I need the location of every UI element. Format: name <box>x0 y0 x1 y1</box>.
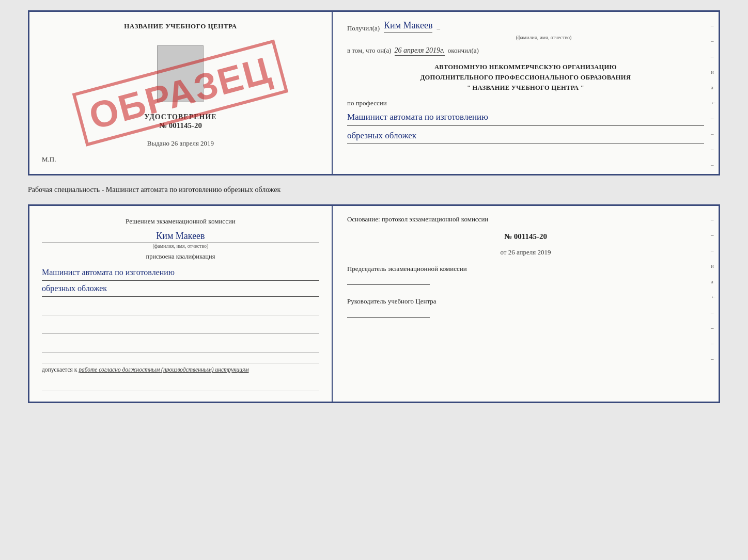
rukovoditel-label: Руководитель учебного Центра <box>347 296 704 307</box>
poluchil-label: Получил(а) <box>347 24 380 33</box>
school-name-top: НАЗВАНИЕ УЧЕБНОГО ЦЕНТРА <box>124 22 237 30</box>
vydano-label: Выдано <box>147 139 169 147</box>
between-label: Рабочая специальность - Машинист автомат… <box>28 184 280 196</box>
vtom-row: в том, что он(а) 26 апреля 2019г. окончи… <box>347 46 704 56</box>
bottom-qualification-block: Машинист автомата по изготовлению обрезн… <box>42 265 319 297</box>
prisvoena-label: присвоена квалификация <box>42 253 319 261</box>
org-line1: АВТОНОМНУЮ НЕКОММЕРЧЕСКУЮ ОРГАНИЗАЦИЮ <box>347 62 704 72</box>
udost-block: УДОСТОВЕРЕНИЕ № 001145-20 <box>144 113 216 130</box>
udost-number: № 001145-20 <box>144 121 216 130</box>
blank-line-3 <box>42 342 319 353</box>
vtom-label: в том, что он(а) <box>347 46 392 55</box>
bottom-name-hint: (фамилия, имя, отчество) <box>42 243 319 249</box>
dopuskaetsya-block: допускается к работе согласно должностны… <box>42 363 319 373</box>
osnovaniye-text: Основание: протокол экзаменационной коми… <box>347 214 704 225</box>
completion-date: 26 апреля 2019г. <box>395 46 445 56</box>
rukovoditel-signature <box>347 309 430 318</box>
document-container: НАЗВАНИЕ УЧЕБНОГО ЦЕНТРА ОБРАЗЕЦ УДОСТОВ… <box>28 10 720 403</box>
protocol-number: № 001145-20 <box>347 232 704 241</box>
rukovoditel-block: Руководитель учебного Центра <box>347 296 704 318</box>
blank-line-1 <box>42 305 319 315</box>
udost-title: УДОСТОВЕРЕНИЕ <box>144 113 216 121</box>
recipient-name: Ким Макеев <box>384 20 432 33</box>
po-professii-label: по профессии <box>347 99 387 107</box>
top-certificate: НАЗВАНИЕ УЧЕБНОГО ЦЕНТРА ОБРАЗЕЦ УДОСТОВ… <box>28 10 720 175</box>
photo-placeholder <box>157 45 204 102</box>
mp-line: М.П. <box>42 155 56 164</box>
profession-line2: обрезных обложек <box>347 128 704 145</box>
right-edge-marks-bottom: – – – и а ← – – – – <box>711 216 716 362</box>
bottom-recipient-name: Ким Макеев <box>42 231 319 243</box>
ot-date: 26 апреля 2019 <box>508 248 551 256</box>
qualification-line2: обрезных обложек <box>42 281 319 297</box>
okonchil-label: окончил(а) <box>448 46 479 55</box>
predsedatel-signature <box>347 276 430 285</box>
vydano-date: 26 апреля 2019 <box>171 139 214 147</box>
poluchil-row: Получил(а) Ким Макеев – <box>347 20 704 33</box>
cert-bottom-right: Основание: протокол экзаменационной коми… <box>333 206 719 402</box>
predsedatel-block: Председатель экзаменационной комиссии <box>347 264 704 285</box>
cert-bottom-left: Решением экзаменационной комиссии Ким Ма… <box>29 206 333 402</box>
blank-lines-block <box>42 305 319 353</box>
qualification-line1: Машинист автомата по изготовлению <box>42 265 319 281</box>
bottom-certificate: Решением экзаменационной комиссии Ким Ма… <box>28 204 720 403</box>
ot-label: от <box>500 248 506 256</box>
profession-line1: Машинист автомата по изготовлению <box>347 109 704 126</box>
vydano-line: Выдано 26 апреля 2019 <box>147 139 214 148</box>
org-line2: ДОПОЛНИТЕЛЬНОГО ПРОФЕССИОНАЛЬНОГО ОБРАЗО… <box>347 72 704 83</box>
cert-top-right: Получил(а) Ким Макеев – (фамилия, имя, о… <box>333 12 719 174</box>
resheniem-text: Решением экзаменационной комиссии <box>42 216 319 227</box>
name-hint-top: (фамилия, имя, отчество) <box>383 35 704 40</box>
org-line3: " НАЗВАНИЕ УЧЕБНОГО ЦЕНТРА " <box>347 83 704 93</box>
cert-top-left: НАЗВАНИЕ УЧЕБНОГО ЦЕНТРА ОБРАЗЕЦ УДОСТОВ… <box>29 12 333 174</box>
right-edge-marks-top: – – – и а ← – – – – <box>711 22 716 168</box>
dopusk-label: допускается к <box>42 366 77 373</box>
blank-line-4 <box>42 381 319 391</box>
org-block: АВТОНОМНУЮ НЕКОММЕРЧЕСКУЮ ОРГАНИЗАЦИЮ ДО… <box>347 62 704 93</box>
profession-block: по профессии Машинист автомата по изгото… <box>347 99 704 144</box>
dopusk-text: работе согласно должностным (производств… <box>79 366 248 373</box>
ot-date-block: от 26 апреля 2019 <box>347 248 704 257</box>
bottom-name-block: Ким Макеев (фамилия, имя, отчество) <box>42 231 319 249</box>
predsedatel-label: Председатель экзаменационной комиссии <box>347 264 704 274</box>
blank-line-2 <box>42 324 319 334</box>
